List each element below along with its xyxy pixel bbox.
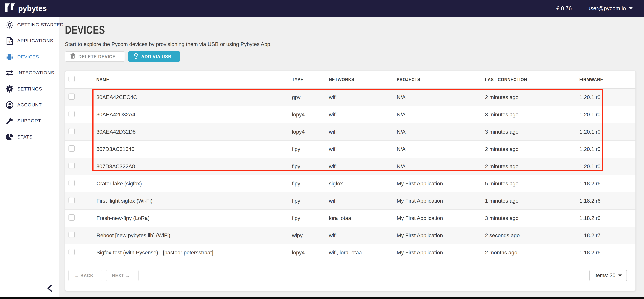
table-row[interactable]: 807D3AC322A8fipywifiN/A2 minutes ago1.20…	[65, 158, 636, 175]
topbar: pybytes € 0.76 user@pycom.io	[0, 0, 644, 17]
cell-projects: My First Application	[397, 232, 485, 238]
table-row[interactable]: 807D3AC31340fipywifiN/A2 minutes ago1.20…	[65, 140, 636, 158]
cell-last-connection: 3 minutes ago	[485, 112, 580, 118]
delete-device-button[interactable]: DELETE DEVICE	[65, 51, 125, 62]
table-body: 30AEA42CEC4CgpywifiN/A2 minutes ago1.20.…	[65, 89, 636, 261]
cell-last-connection: 5 minutes ago	[485, 180, 580, 187]
row-checkbox[interactable]	[68, 232, 75, 238]
svg-text:</>: </>	[8, 40, 12, 43]
chip-icon	[6, 53, 14, 61]
sidebar-item-stats[interactable]: STATS	[0, 129, 59, 145]
row-checkbox[interactable]	[68, 214, 75, 220]
cell-firmware: 1.18.2.r6	[579, 198, 636, 204]
swap-arrows-icon	[6, 69, 14, 77]
cell-networks: sigfox	[329, 180, 397, 187]
cell-last-connection: 1 minutes ago	[485, 198, 580, 204]
cell-firmware: 1.18.2.r6	[579, 180, 636, 187]
cell-type: fipy	[292, 198, 329, 204]
items-per-page-dropdown[interactable]: Items: 30	[590, 270, 627, 281]
cell-name: 30AEA42D32D8	[96, 129, 292, 135]
user-menu[interactable]: user@pycom.io	[585, 5, 635, 12]
row-checkbox-cell	[65, 232, 96, 239]
devices-table-card: NAME TYPE NETWORKS PROJECTS LAST CONNECT…	[65, 71, 636, 291]
logo-text: pybytes	[18, 4, 47, 13]
cell-projects: N/A	[397, 163, 485, 170]
cell-firmware: 1.20.1.r0	[579, 146, 636, 152]
sidebar-item-getting-started[interactable]: GETTING STARTED	[0, 17, 59, 33]
delete-device-label: DELETE DEVICE	[78, 54, 116, 60]
row-checkbox[interactable]	[68, 146, 75, 152]
sidebar-item-integrations[interactable]: INTEGRATIONS	[0, 65, 59, 81]
row-checkbox-cell	[65, 163, 96, 170]
gear-icon	[6, 85, 14, 93]
row-checkbox-cell	[65, 214, 96, 222]
usb-icon	[134, 52, 138, 60]
sidebar-nav: GETTING STARTED</>APPLICATIONSDEVICESINT…	[0, 17, 59, 145]
row-checkbox-cell	[65, 197, 96, 205]
cell-projects: N/A	[397, 112, 485, 118]
sidebar-item-applications[interactable]: </>APPLICATIONS	[0, 33, 59, 49]
cell-name: Reboot [new pybytes lib] (WiFi)	[96, 232, 292, 238]
table-row[interactable]: 30AEA42D32A4lopy4wifiN/A3 minutes ago1.2…	[65, 106, 636, 123]
column-header-last-connection: LAST CONNECTION	[485, 77, 580, 82]
row-checkbox-cell	[65, 94, 96, 101]
row-checkbox[interactable]	[68, 128, 75, 134]
wrench-icon	[6, 117, 14, 125]
table-footer: ← BACK NEXT → Items: 30	[65, 270, 636, 291]
pybytes-logo[interactable]: pybytes	[5, 3, 47, 14]
column-header-networks: NETWORKS	[329, 77, 397, 82]
sun-icon	[6, 21, 14, 29]
row-checkbox[interactable]	[68, 197, 75, 203]
row-checkbox[interactable]	[68, 111, 75, 117]
cell-firmware: 1.18.2.r7	[579, 232, 636, 238]
row-checkbox-cell	[65, 180, 96, 188]
cell-projects: N/A	[397, 94, 485, 100]
cell-firmware: 1.20.1.r0	[579, 94, 636, 100]
cell-networks: wifi	[329, 232, 397, 238]
column-header-projects: PROJECTS	[397, 77, 485, 82]
sidebar-item-label: SETTINGS	[17, 86, 42, 92]
sidebar-item-account[interactable]: ACCOUNT	[0, 97, 59, 113]
header-checkbox-cell	[65, 76, 96, 84]
sidebar-item-label: GETTING STARTED	[17, 22, 64, 28]
sidebar-item-label: APPLICATIONS	[17, 38, 53, 44]
cell-firmware: 1.18.2.r6	[579, 215, 636, 221]
select-all-checkbox[interactable]	[68, 76, 75, 82]
chevron-left-icon	[47, 287, 52, 293]
cell-firmware: 1.20.1.r0	[579, 112, 636, 118]
cell-name: 807D3AC322A8	[96, 163, 292, 170]
table-row[interactable]: First flight sigfox (Wi-Fi)fipywifiMy Fi…	[65, 192, 636, 209]
page-title: DEVICES	[65, 25, 636, 36]
cell-last-connection: 2 minutes ago	[485, 146, 580, 152]
cell-name: Sigfox-test (with Pysense) - [pastoor pe…	[96, 250, 292, 256]
cell-networks: wifi	[329, 163, 397, 170]
table-row[interactable]: 30AEA42CEC4CgpywifiN/A2 minutes ago1.20.…	[65, 89, 636, 106]
add-via-usb-button[interactable]: ADD VIA USB	[128, 51, 180, 62]
table-row[interactable]: Reboot [new pybytes lib] (WiFi)wipywifiM…	[65, 227, 636, 244]
cell-type: fipy	[292, 180, 329, 187]
sidebar-item-label: STATS	[17, 134, 32, 140]
pager: ← BACK NEXT →	[68, 270, 138, 281]
sidebar-item-devices[interactable]: DEVICES	[0, 49, 59, 65]
action-buttons: DELETE DEVICE ADD V	[65, 51, 636, 62]
cell-name: Fresh-new-fipy (LoRa)	[96, 215, 292, 221]
cell-name: First flight sigfox (Wi-Fi)	[96, 198, 292, 204]
sidebar-collapse-button[interactable]	[46, 284, 54, 294]
table-row[interactable]: Crater-lake (sigfox)fipysigfoxMy First A…	[65, 175, 636, 192]
cell-projects: My First Application	[397, 198, 485, 204]
row-checkbox[interactable]	[68, 163, 75, 169]
pie-chart-icon	[6, 133, 14, 141]
cell-type: lopy4	[292, 129, 329, 135]
table-row[interactable]: Fresh-new-fipy (LoRa)fipylora_otaaMy Fir…	[65, 209, 636, 227]
sidebar-item-settings[interactable]: SETTINGS	[0, 81, 59, 97]
sidebar-item-support[interactable]: SUPPORT	[0, 113, 59, 129]
page-subtitle: Start to explore the Pycom devices by pr…	[65, 41, 636, 47]
row-checkbox[interactable]	[68, 180, 75, 186]
row-checkbox[interactable]	[68, 94, 75, 100]
next-button[interactable]: NEXT →	[106, 270, 138, 281]
cell-firmware: 1.20.1.r0	[579, 129, 636, 135]
table-row[interactable]: 30AEA42D32D8lopy4wifiN/A3 minutes ago1.2…	[65, 123, 636, 140]
table-row[interactable]: Sigfox-test (with Pysense) - [pastoor pe…	[65, 244, 636, 261]
back-button[interactable]: ← BACK	[68, 270, 102, 281]
row-checkbox[interactable]	[68, 249, 75, 255]
